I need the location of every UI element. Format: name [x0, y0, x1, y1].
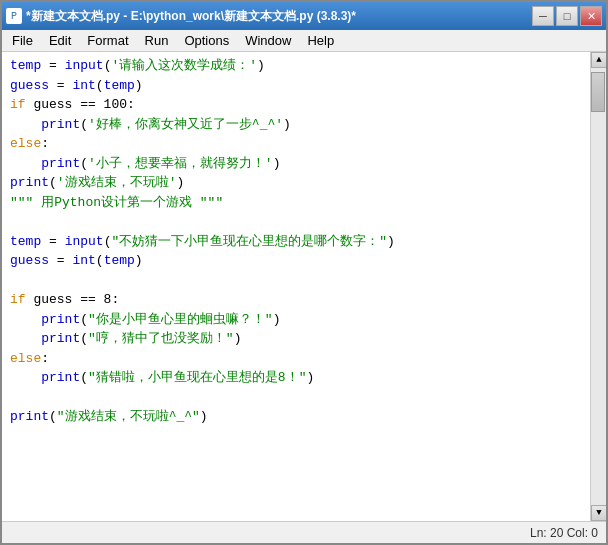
menu-run[interactable]: Run [137, 30, 177, 51]
menu-help[interactable]: Help [299, 30, 342, 51]
menu-format[interactable]: Format [79, 30, 136, 51]
window-title: *新建文本文档.py - E:\python_work\新建文本文档.py (3… [26, 8, 356, 25]
main-window: P *新建文本文档.py - E:\python_work\新建文本文档.py … [0, 0, 608, 545]
menu-edit[interactable]: Edit [41, 30, 79, 51]
editor-container: temp = input('请输入这次数学成绩：') guess = int(t… [2, 52, 606, 521]
title-bar: P *新建文本文档.py - E:\python_work\新建文本文档.py … [2, 2, 606, 30]
menu-options[interactable]: Options [176, 30, 237, 51]
scroll-up-button[interactable]: ▲ [591, 52, 606, 68]
menu-file[interactable]: File [4, 30, 41, 51]
status-bar: Ln: 20 Col: 0 [2, 521, 606, 543]
app-icon: P [6, 8, 22, 24]
title-bar-controls: ─ □ ✕ [532, 6, 602, 26]
code-editor[interactable]: temp = input('请输入这次数学成绩：') guess = int(t… [2, 52, 590, 521]
scroll-down-button[interactable]: ▼ [591, 505, 606, 521]
scroll-track[interactable] [591, 68, 606, 505]
title-bar-left: P *新建文本文档.py - E:\python_work\新建文本文档.py … [6, 8, 356, 25]
maximize-button[interactable]: □ [556, 6, 578, 26]
close-button[interactable]: ✕ [580, 6, 602, 26]
menu-bar: File Edit Format Run Options Window Help [2, 30, 606, 52]
cursor-position: Ln: 20 Col: 0 [530, 526, 598, 540]
minimize-button[interactable]: ─ [532, 6, 554, 26]
menu-window[interactable]: Window [237, 30, 299, 51]
vertical-scrollbar[interactable]: ▲ ▼ [590, 52, 606, 521]
scroll-thumb[interactable] [591, 72, 605, 112]
code-content[interactable]: temp = input('请输入这次数学成绩：') guess = int(t… [2, 52, 590, 521]
